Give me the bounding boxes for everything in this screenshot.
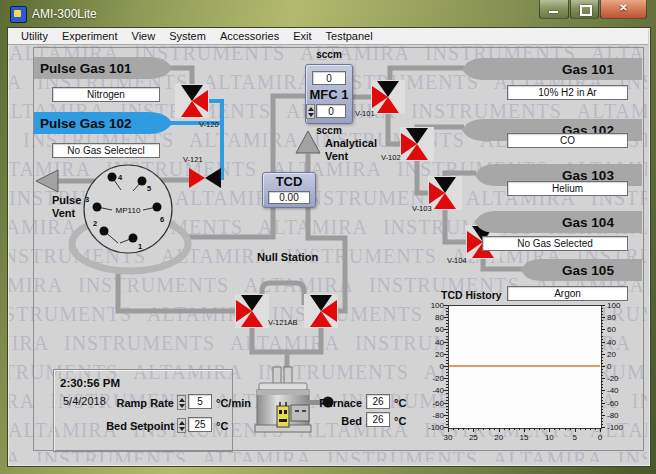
gas-105-label: Gas 105 [562, 263, 614, 278]
chart-tick-mark [601, 406, 603, 407]
chart-tick-mark [499, 428, 500, 430]
chart-tick-mark [446, 342, 448, 343]
valve-v103[interactable] [428, 176, 462, 210]
chart-tick-mark [559, 428, 560, 430]
valve-v104-label: V-104 [447, 256, 467, 265]
chart-tick-mark [549, 428, 550, 430]
valve-v102[interactable] [400, 127, 434, 161]
chart-tick-mark [585, 428, 586, 430]
chart-ytick-label-right: 40 [607, 338, 629, 347]
chart-tick-mark [595, 428, 596, 430]
chart-ytick-label-right: -80 [607, 411, 629, 420]
chart-tick-mark [601, 357, 603, 358]
chart-tick-mark [601, 366, 603, 367]
chart-tick-mark [601, 375, 603, 376]
chart-tick-mark [446, 397, 448, 398]
tcd-history-chart: TCD History 100100808060604040202000-20-… [425, 288, 653, 450]
port-6-label: 6 [160, 215, 164, 224]
chart-tick-mark [446, 406, 448, 407]
chart-tick-mark [446, 357, 448, 358]
minimize-icon [549, 11, 558, 13]
chart-tick-mark [601, 412, 603, 413]
pulse-gas-102-selector[interactable]: No Gas Selectecl [52, 143, 160, 158]
pulse-gas-101-selector[interactable]: Nitrogen [52, 87, 160, 102]
tcd-value: 0.00 [268, 191, 310, 204]
pulse-vent-label-1: Pulse [52, 194, 81, 206]
valve-v121[interactable] [189, 168, 221, 188]
menu-item-experiment[interactable]: Experiment [55, 28, 125, 44]
chart-tick-mark [446, 314, 448, 315]
rotary-valve-mp110[interactable]: 1 2 3 4 5 6 MP110 [84, 165, 172, 253]
chart-tick-mark [446, 336, 448, 337]
mfc-unit-top: sccm [305, 49, 353, 60]
chart-tick-mark [446, 317, 448, 318]
chart-tick-mark [446, 409, 448, 410]
gas-103-selector[interactable]: Helium [507, 181, 628, 196]
chart-tick-mark [539, 428, 540, 430]
app-icon [10, 6, 27, 23]
maximize-button[interactable] [570, 0, 599, 19]
chart-tick-mark [590, 428, 591, 430]
chart-tick-mark [601, 415, 603, 416]
menu-item-testpanel[interactable]: Testpanel [319, 28, 380, 44]
valve-v102-label: V-102 [381, 153, 401, 162]
chart-tick-mark [446, 311, 448, 312]
chart-tick-mark [601, 427, 603, 428]
menu-item-view[interactable]: View [125, 28, 163, 44]
chart-tick-mark [601, 345, 603, 346]
gas-101-label: Gas 101 [562, 62, 614, 77]
bed-setpoint-input[interactable]: 25 [188, 417, 212, 432]
chart-tick-mark [446, 339, 448, 340]
chart-ytick-label-left: -40 [422, 386, 444, 395]
furnace-temp-label: Furnace [316, 397, 362, 409]
mfc-setpoint-input[interactable]: 0 [316, 104, 346, 118]
menu-item-system[interactable]: System [162, 28, 213, 44]
chart-xtick-label: 30 [439, 433, 457, 442]
chart-ytick-label-right: 20 [607, 350, 629, 359]
chart-tick-mark [446, 351, 448, 352]
mfc-setpoint-spinner[interactable] [306, 104, 315, 119]
menu-item-exit[interactable]: Exit [286, 28, 318, 44]
gas-104-selector[interactable]: No Gas Selected [482, 236, 628, 251]
pipe-v101-v102 [388, 113, 402, 144]
chart-tick-mark [601, 378, 603, 379]
bed-temp-unit: °C [394, 415, 412, 427]
chart-ytick-label-right: -100 [607, 423, 629, 432]
mfc-label: MFC 1 [305, 87, 353, 102]
chart-tick-mark [489, 428, 490, 430]
chart-tick-mark [601, 403, 603, 404]
chart-tick-mark [570, 428, 571, 430]
ramp-rate-input[interactable]: 5 [188, 394, 212, 409]
chart-tick-mark [601, 418, 603, 419]
chart-xtick-label: 5 [566, 433, 584, 442]
chart-tick-mark [601, 369, 603, 370]
chart-tick-mark [544, 428, 545, 430]
valve-v121ab-label: V-121AB [268, 318, 298, 327]
chart-tick-mark [448, 428, 449, 430]
gas-102-selector[interactable]: CO [507, 133, 628, 148]
tcd-label: TCD [262, 174, 316, 189]
menu-item-accessories[interactable]: Accessories [213, 28, 286, 44]
ramp-rate-spinner[interactable] [177, 395, 186, 410]
chart-tick-mark [601, 342, 603, 343]
chart-ytick-label-left: -20 [422, 374, 444, 383]
valve-v101[interactable] [371, 80, 405, 114]
chart-ytick-label-left: 20 [422, 350, 444, 359]
valve-null-left[interactable] [235, 294, 269, 328]
chart-tick-mark [446, 387, 448, 388]
chart-series-tcd-signal [449, 365, 600, 367]
minimize-button[interactable] [539, 0, 569, 19]
chart-ytick-label-left: 80 [422, 313, 444, 322]
chart-tick-mark [554, 428, 555, 430]
valve-v120[interactable] [175, 84, 209, 118]
bed-setpoint-spinner[interactable] [177, 418, 186, 433]
chart-tick-mark [446, 345, 448, 346]
chart-tick-mark [601, 308, 603, 309]
menu-item-utility[interactable]: Utility [14, 28, 55, 44]
chart-tick-mark [534, 428, 535, 430]
analytical-vent-label-1: Analytical [325, 137, 377, 149]
gas-101-selector[interactable]: 10% H2 in Ar [507, 85, 628, 100]
valve-null-right[interactable] [304, 294, 338, 328]
close-button[interactable]: ✕ [600, 0, 647, 19]
chart-ytick-label-right: -40 [607, 386, 629, 395]
